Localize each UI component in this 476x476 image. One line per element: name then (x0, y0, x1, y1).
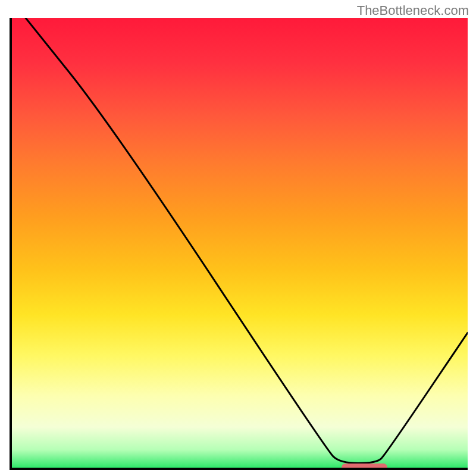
chart-plot-area (10, 18, 468, 470)
bottleneck-curve (12, 18, 468, 468)
optimal-range-marker (342, 464, 387, 470)
watermark-text: TheBottleneck.com (357, 3, 469, 18)
